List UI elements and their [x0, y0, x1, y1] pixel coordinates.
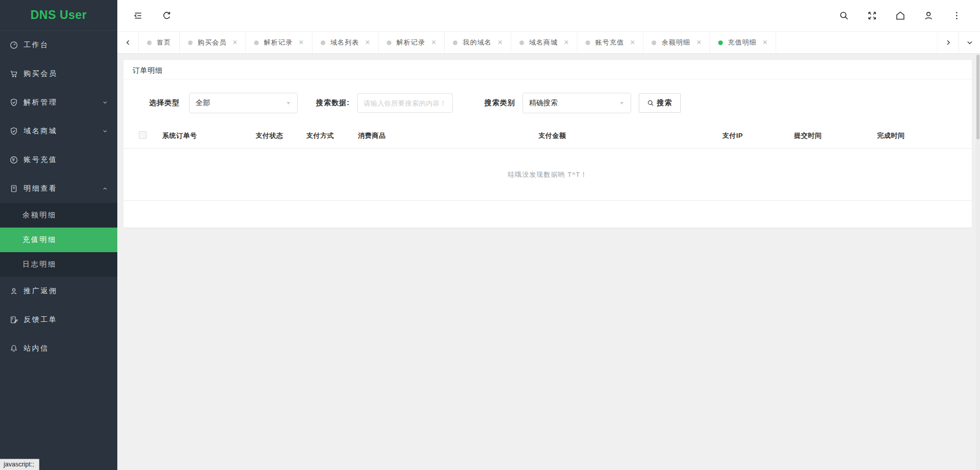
col-pay-ip: 支付IP: [722, 127, 794, 149]
sidebar-item-feedback-ticket[interactable]: ? 反馈工单: [0, 305, 117, 334]
type-select[interactable]: 全部 ▼: [189, 93, 298, 113]
tab-scroll-right-button[interactable]: [937, 32, 958, 53]
tab-dropdown-button[interactable]: [958, 32, 980, 53]
tab-close-icon[interactable]: ×: [564, 38, 569, 47]
tab-status-dot: [387, 40, 391, 45]
orders-table: 系统订单号 支付状态 支付方式 消费商品 支付金额 支付IP 提交时间 完成时间: [123, 127, 972, 149]
refresh-icon[interactable]: [161, 10, 172, 21]
tab-label: 我的域名: [463, 38, 491, 47]
tab-status-dot: [586, 40, 590, 45]
sidebar-item-account-recharge[interactable]: ¥ 账号充值: [0, 146, 117, 174]
sidebar-item-dns-management[interactable]: 解析管理: [0, 88, 117, 117]
sidebar-submenu-label: 充值明细: [23, 235, 56, 244]
tab-status-dot: [519, 40, 524, 45]
sidebar-submenu-label: 余额明细: [23, 211, 56, 220]
tab-bar-spacer: [776, 32, 937, 53]
sidebar-item-detail-view[interactable]: 明细查看: [0, 174, 117, 203]
status-link-tooltip: javascript:;: [0, 459, 39, 470]
sidebar-item-site-message[interactable]: 站内信: [0, 334, 117, 363]
col-pay-method: 支付方式: [306, 127, 358, 149]
collapse-menu-icon[interactable]: [133, 10, 143, 21]
tab-close-icon[interactable]: ×: [696, 38, 701, 47]
tab-label: 域名列表: [330, 38, 359, 47]
sidebar-submenu-item-recharge-detail[interactable]: 充值明细: [0, 228, 117, 252]
type-select-label: 选择类型: [149, 98, 180, 108]
tab-close-icon[interactable]: ×: [365, 38, 370, 47]
tab-label: 解析记录: [264, 38, 293, 47]
search-button-label: 搜索: [657, 98, 672, 108]
svg-text:¥: ¥: [12, 157, 16, 162]
sidebar-item-label: 解析管理: [24, 98, 57, 107]
shield-check-icon: [9, 127, 18, 136]
app-root: DNS User 工作台 购买会员 解析管理: [0, 0, 980, 470]
tab-9[interactable]: 充值明细×: [710, 32, 776, 53]
tab-status-dot: [652, 40, 656, 45]
sidebar: DNS User 工作台 购买会员 解析管理: [0, 0, 117, 470]
tab-status-dot: [254, 40, 259, 45]
sidebar-nav: 工作台 购买会员 解析管理 域: [0, 31, 117, 363]
sidebar-item-label: 购买会员: [24, 69, 57, 78]
select-all-cell: [123, 127, 162, 149]
tab-1[interactable]: 购买会员×: [180, 32, 246, 53]
tab-6[interactable]: 域名商城×: [511, 32, 577, 53]
sidebar-item-referral-commission[interactable]: 推广返佣: [0, 277, 117, 305]
main-column: 首页购买会员×解析记录×域名列表×解析记录×我的域名×域名商城×账号充值×余额明…: [117, 0, 980, 470]
col-pay-status: 支付状态: [256, 127, 306, 149]
bell-icon: [9, 344, 18, 353]
sidebar-item-workbench[interactable]: 工作台: [0, 31, 117, 59]
search-icon[interactable]: [839, 10, 849, 21]
tab-2[interactable]: 解析记录×: [246, 32, 312, 53]
sidebar-item-label: 工作台: [24, 40, 49, 50]
tab-label: 域名商城: [529, 38, 558, 47]
search-button[interactable]: 搜索: [639, 93, 681, 113]
tab-8[interactable]: 余额明细×: [643, 32, 710, 53]
tab-close-icon[interactable]: ×: [431, 38, 436, 47]
tab-label: 充值明细: [728, 38, 757, 47]
tab-close-icon[interactable]: ×: [497, 38, 502, 47]
svg-text:?: ?: [11, 317, 14, 321]
sidebar-submenu-item-balance-detail[interactable]: 余额明细: [0, 203, 117, 228]
search-icon: [647, 99, 654, 107]
tab-4[interactable]: 解析记录×: [379, 32, 445, 53]
chevron-down-icon: [102, 128, 108, 134]
home-icon[interactable]: [895, 10, 906, 21]
feedback-doc-icon: ?: [9, 315, 18, 324]
select-all-checkbox[interactable]: [139, 131, 147, 139]
tab-7[interactable]: 账号充值×: [577, 32, 643, 53]
tab-label: 余额明细: [661, 38, 690, 47]
sidebar-item-label: 反馈工单: [24, 315, 57, 324]
tab-close-icon[interactable]: ×: [299, 38, 303, 47]
tab-bar: 首页购买会员×解析记录×域名列表×解析记录×我的域名×域名商城×账号充值×余额明…: [117, 32, 980, 54]
user-icon: [9, 287, 18, 296]
vertical-scrollbar[interactable]: [976, 54, 980, 470]
user-icon[interactable]: [923, 10, 934, 21]
search-input[interactable]: [357, 93, 453, 113]
tab-close-icon[interactable]: ×: [630, 38, 635, 47]
tab-status-dot: [321, 40, 325, 45]
sidebar-submenu-item-log-detail[interactable]: 日志明细: [0, 252, 117, 277]
table-header-row: 系统订单号 支付状态 支付方式 消费商品 支付金额 支付IP 提交时间 完成时间: [123, 127, 972, 149]
document-icon: [9, 184, 18, 193]
tab-5[interactable]: 我的域名×: [445, 32, 511, 53]
tab-close-icon[interactable]: ×: [763, 38, 767, 47]
search-category-label: 搜索类别: [485, 98, 515, 108]
tab-scroll-left-button[interactable]: [117, 32, 139, 53]
sidebar-item-buy-membership[interactable]: 购买会员: [0, 59, 117, 88]
cart-icon: [9, 69, 18, 78]
search-category-select[interactable]: 精确搜索 ▼: [523, 93, 631, 113]
fullscreen-icon[interactable]: [867, 10, 878, 21]
tab-label: 账号充值: [595, 38, 624, 47]
tab-label: 购买会员: [198, 38, 226, 47]
more-vertical-icon[interactable]: [951, 10, 962, 21]
tab-close-icon[interactable]: ×: [233, 38, 237, 47]
chevron-down-icon: ▼: [619, 100, 624, 105]
content-area: 订单明细 选择类型 全部 ▼ 搜索数据: 搜索类别 精确搜索 ▼: [117, 54, 980, 470]
tab-label: 首页: [157, 38, 171, 47]
sidebar-item-domain-mall[interactable]: 域名商城: [0, 117, 117, 146]
tab-3[interactable]: 域名列表×: [312, 32, 379, 53]
type-select-value: 全部: [196, 98, 210, 108]
col-order-id: 系统订单号: [162, 127, 256, 149]
scrollbar-thumb[interactable]: [976, 55, 979, 139]
col-product: 消费商品: [358, 127, 538, 149]
tab-0[interactable]: 首页: [139, 32, 180, 53]
